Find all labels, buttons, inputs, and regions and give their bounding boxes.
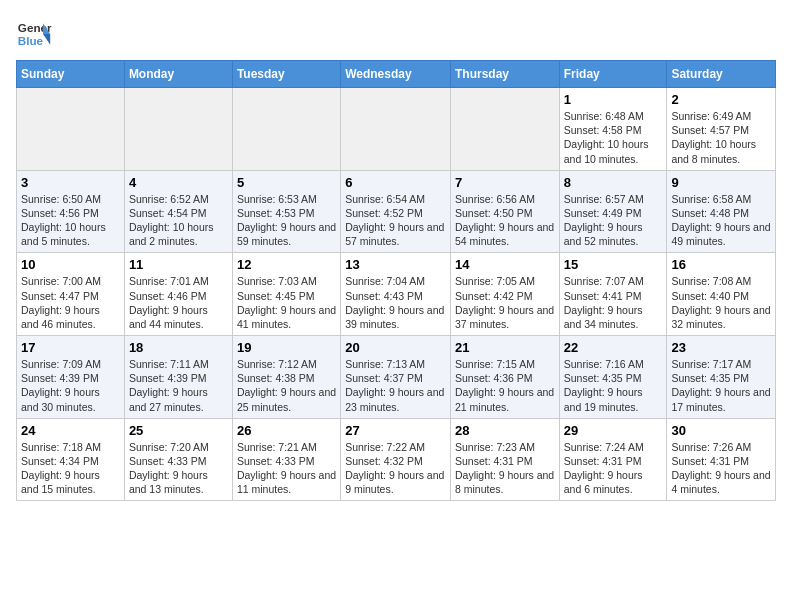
day-cell — [124, 88, 232, 171]
day-cell: 7Sunrise: 6:56 AM Sunset: 4:50 PM Daylig… — [450, 170, 559, 253]
day-number: 20 — [345, 340, 446, 355]
day-info: Sunrise: 7:18 AM Sunset: 4:34 PM Dayligh… — [21, 440, 120, 497]
day-info: Sunrise: 7:13 AM Sunset: 4:37 PM Dayligh… — [345, 357, 446, 414]
day-info: Sunrise: 7:08 AM Sunset: 4:40 PM Dayligh… — [671, 274, 771, 331]
calendar-header-row: SundayMondayTuesdayWednesdayThursdayFrid… — [17, 61, 776, 88]
day-cell: 2Sunrise: 6:49 AM Sunset: 4:57 PM Daylig… — [667, 88, 776, 171]
day-number: 13 — [345, 257, 446, 272]
day-info: Sunrise: 7:05 AM Sunset: 4:42 PM Dayligh… — [455, 274, 555, 331]
day-cell: 11Sunrise: 7:01 AM Sunset: 4:46 PM Dayli… — [124, 253, 232, 336]
day-info: Sunrise: 6:52 AM Sunset: 4:54 PM Dayligh… — [129, 192, 228, 249]
day-cell: 4Sunrise: 6:52 AM Sunset: 4:54 PM Daylig… — [124, 170, 232, 253]
day-number: 30 — [671, 423, 771, 438]
day-info: Sunrise: 7:24 AM Sunset: 4:31 PM Dayligh… — [564, 440, 663, 497]
day-info: Sunrise: 7:04 AM Sunset: 4:43 PM Dayligh… — [345, 274, 446, 331]
week-row-1: 1Sunrise: 6:48 AM Sunset: 4:58 PM Daylig… — [17, 88, 776, 171]
day-info: Sunrise: 7:07 AM Sunset: 4:41 PM Dayligh… — [564, 274, 663, 331]
day-cell: 30Sunrise: 7:26 AM Sunset: 4:31 PM Dayli… — [667, 418, 776, 501]
day-info: Sunrise: 6:49 AM Sunset: 4:57 PM Dayligh… — [671, 109, 771, 166]
day-number: 8 — [564, 175, 663, 190]
day-number: 10 — [21, 257, 120, 272]
day-cell: 20Sunrise: 7:13 AM Sunset: 4:37 PM Dayli… — [341, 336, 451, 419]
day-cell: 3Sunrise: 6:50 AM Sunset: 4:56 PM Daylig… — [17, 170, 125, 253]
day-number: 22 — [564, 340, 663, 355]
day-number: 16 — [671, 257, 771, 272]
day-info: Sunrise: 7:21 AM Sunset: 4:33 PM Dayligh… — [237, 440, 336, 497]
day-number: 25 — [129, 423, 228, 438]
day-info: Sunrise: 7:00 AM Sunset: 4:47 PM Dayligh… — [21, 274, 120, 331]
week-row-3: 10Sunrise: 7:00 AM Sunset: 4:47 PM Dayli… — [17, 253, 776, 336]
day-cell: 9Sunrise: 6:58 AM Sunset: 4:48 PM Daylig… — [667, 170, 776, 253]
day-info: Sunrise: 7:01 AM Sunset: 4:46 PM Dayligh… — [129, 274, 228, 331]
day-cell — [341, 88, 451, 171]
day-number: 15 — [564, 257, 663, 272]
day-cell: 14Sunrise: 7:05 AM Sunset: 4:42 PM Dayli… — [450, 253, 559, 336]
day-cell: 5Sunrise: 6:53 AM Sunset: 4:53 PM Daylig… — [232, 170, 340, 253]
day-number: 28 — [455, 423, 555, 438]
day-number: 2 — [671, 92, 771, 107]
day-cell: 10Sunrise: 7:00 AM Sunset: 4:47 PM Dayli… — [17, 253, 125, 336]
day-number: 18 — [129, 340, 228, 355]
day-number: 9 — [671, 175, 771, 190]
day-cell: 16Sunrise: 7:08 AM Sunset: 4:40 PM Dayli… — [667, 253, 776, 336]
day-info: Sunrise: 6:53 AM Sunset: 4:53 PM Dayligh… — [237, 192, 336, 249]
day-cell: 24Sunrise: 7:18 AM Sunset: 4:34 PM Dayli… — [17, 418, 125, 501]
day-cell: 12Sunrise: 7:03 AM Sunset: 4:45 PM Dayli… — [232, 253, 340, 336]
header-sunday: Sunday — [17, 61, 125, 88]
day-info: Sunrise: 6:57 AM Sunset: 4:49 PM Dayligh… — [564, 192, 663, 249]
header: General Blue — [16, 16, 776, 52]
day-cell: 6Sunrise: 6:54 AM Sunset: 4:52 PM Daylig… — [341, 170, 451, 253]
day-cell: 29Sunrise: 7:24 AM Sunset: 4:31 PM Dayli… — [559, 418, 667, 501]
day-number: 14 — [455, 257, 555, 272]
header-thursday: Thursday — [450, 61, 559, 88]
day-info: Sunrise: 7:16 AM Sunset: 4:35 PM Dayligh… — [564, 357, 663, 414]
header-friday: Friday — [559, 61, 667, 88]
day-cell — [17, 88, 125, 171]
day-cell — [232, 88, 340, 171]
day-info: Sunrise: 7:17 AM Sunset: 4:35 PM Dayligh… — [671, 357, 771, 414]
logo: General Blue — [16, 16, 52, 52]
day-info: Sunrise: 7:23 AM Sunset: 4:31 PM Dayligh… — [455, 440, 555, 497]
day-number: 17 — [21, 340, 120, 355]
day-number: 6 — [345, 175, 446, 190]
day-info: Sunrise: 6:56 AM Sunset: 4:50 PM Dayligh… — [455, 192, 555, 249]
day-number: 19 — [237, 340, 336, 355]
day-cell: 21Sunrise: 7:15 AM Sunset: 4:36 PM Dayli… — [450, 336, 559, 419]
day-cell — [450, 88, 559, 171]
header-monday: Monday — [124, 61, 232, 88]
day-cell: 28Sunrise: 7:23 AM Sunset: 4:31 PM Dayli… — [450, 418, 559, 501]
header-wednesday: Wednesday — [341, 61, 451, 88]
day-info: Sunrise: 6:48 AM Sunset: 4:58 PM Dayligh… — [564, 109, 663, 166]
header-tuesday: Tuesday — [232, 61, 340, 88]
day-info: Sunrise: 7:09 AM Sunset: 4:39 PM Dayligh… — [21, 357, 120, 414]
week-row-4: 17Sunrise: 7:09 AM Sunset: 4:39 PM Dayli… — [17, 336, 776, 419]
day-info: Sunrise: 7:12 AM Sunset: 4:38 PM Dayligh… — [237, 357, 336, 414]
week-row-2: 3Sunrise: 6:50 AM Sunset: 4:56 PM Daylig… — [17, 170, 776, 253]
calendar: SundayMondayTuesdayWednesdayThursdayFrid… — [16, 60, 776, 501]
day-info: Sunrise: 6:54 AM Sunset: 4:52 PM Dayligh… — [345, 192, 446, 249]
svg-marker-3 — [43, 34, 50, 45]
header-saturday: Saturday — [667, 61, 776, 88]
day-number: 29 — [564, 423, 663, 438]
day-cell: 17Sunrise: 7:09 AM Sunset: 4:39 PM Dayli… — [17, 336, 125, 419]
day-cell: 23Sunrise: 7:17 AM Sunset: 4:35 PM Dayli… — [667, 336, 776, 419]
day-number: 5 — [237, 175, 336, 190]
svg-text:Blue: Blue — [18, 34, 44, 47]
day-cell: 18Sunrise: 7:11 AM Sunset: 4:39 PM Dayli… — [124, 336, 232, 419]
day-number: 11 — [129, 257, 228, 272]
day-cell: 13Sunrise: 7:04 AM Sunset: 4:43 PM Dayli… — [341, 253, 451, 336]
day-number: 7 — [455, 175, 555, 190]
day-cell: 8Sunrise: 6:57 AM Sunset: 4:49 PM Daylig… — [559, 170, 667, 253]
day-number: 4 — [129, 175, 228, 190]
day-cell: 15Sunrise: 7:07 AM Sunset: 4:41 PM Dayli… — [559, 253, 667, 336]
day-cell: 19Sunrise: 7:12 AM Sunset: 4:38 PM Dayli… — [232, 336, 340, 419]
day-number: 3 — [21, 175, 120, 190]
logo-icon: General Blue — [16, 16, 52, 52]
day-info: Sunrise: 6:50 AM Sunset: 4:56 PM Dayligh… — [21, 192, 120, 249]
day-info: Sunrise: 7:22 AM Sunset: 4:32 PM Dayligh… — [345, 440, 446, 497]
day-info: Sunrise: 7:03 AM Sunset: 4:45 PM Dayligh… — [237, 274, 336, 331]
day-number: 1 — [564, 92, 663, 107]
day-cell: 1Sunrise: 6:48 AM Sunset: 4:58 PM Daylig… — [559, 88, 667, 171]
day-cell: 26Sunrise: 7:21 AM Sunset: 4:33 PM Dayli… — [232, 418, 340, 501]
day-number: 23 — [671, 340, 771, 355]
